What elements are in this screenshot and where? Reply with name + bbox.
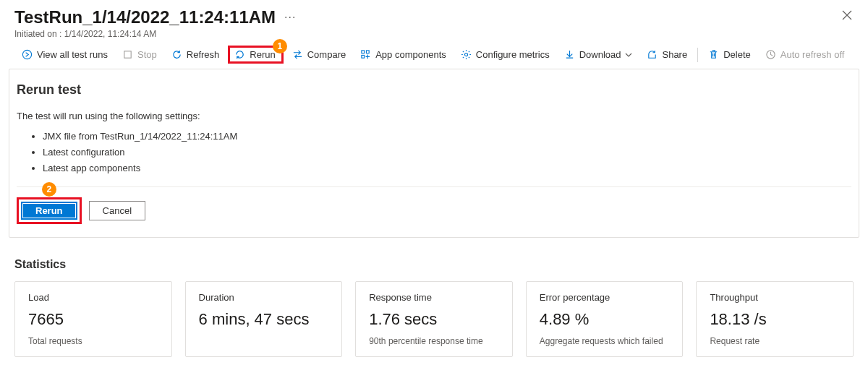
gear-icon (461, 49, 472, 60)
stop-button: Stop (115, 45, 164, 64)
stat-value: 18.13 /s (710, 310, 840, 329)
stat-label: Throughput (710, 292, 840, 303)
stat-card-error: Error percentage 4.89 % Aggregate reques… (526, 281, 684, 357)
stat-label: Error percentage (540, 292, 670, 303)
compare-button[interactable]: Compare (285, 45, 353, 64)
rerun-icon (234, 49, 245, 60)
rerun-button[interactable]: Rerun 1 (228, 46, 283, 64)
rerun-heading: Rerun test (17, 82, 851, 98)
view-all-button[interactable]: View all test runs (14, 45, 115, 64)
rerun-confirm-button[interactable]: Rerun (21, 202, 77, 220)
configure-metrics-button[interactable]: Configure metrics (454, 45, 557, 64)
refresh-button[interactable]: Refresh (164, 45, 227, 64)
page-title: TestRun_1/14/2022_11:24:11AM (14, 7, 276, 27)
panel-divider (17, 186, 851, 187)
download-icon (564, 49, 575, 60)
stat-value: 7665 (28, 310, 158, 329)
svg-rect-3 (367, 51, 370, 53)
clock-icon (765, 49, 776, 60)
statistics-heading: Statistics (14, 258, 854, 271)
trash-icon (708, 49, 719, 60)
share-icon (647, 49, 658, 60)
svg-rect-2 (362, 51, 365, 53)
stat-card-load: Load 7665 Total requests (14, 281, 172, 357)
rerun-description: The test will run using the following se… (17, 111, 851, 121)
list-item: Latest configuration (43, 145, 851, 160)
compare-icon (292, 49, 303, 60)
download-button[interactable]: Download (557, 45, 640, 64)
stat-sub: Aggregate requests which failed (540, 336, 670, 346)
stat-value: 1.76 secs (369, 310, 499, 329)
stat-value: 6 mins, 47 secs (199, 310, 329, 329)
svg-point-0 (22, 50, 31, 59)
list-item: JMX file from TestRun_1/14/2022_11:24:11… (43, 129, 851, 145)
rerun-panel: Rerun test The test will run using the f… (9, 69, 859, 238)
toolbar-separator (697, 48, 698, 62)
svg-rect-1 (124, 51, 131, 58)
stat-value: 4.89 % (540, 310, 670, 329)
auto-refresh-button[interactable]: Auto refresh off (758, 45, 852, 64)
rerun-settings-list: JMX file from TestRun_1/14/2022_11:24:11… (17, 129, 851, 176)
stop-icon (122, 49, 133, 60)
stat-sub: 90th percentile response time (369, 336, 499, 346)
svg-rect-4 (362, 55, 365, 58)
app-components-button[interactable]: App components (353, 45, 454, 64)
stat-sub: Total requests (28, 336, 158, 346)
rerun-primary-highlight: 2 Rerun (17, 197, 82, 224)
stat-sub: Request rate (710, 336, 840, 346)
toolbar: View all test runs Stop Refresh Rerun 1 … (0, 42, 868, 69)
page-subtitle: Initiated on : 1/14/2022, 11:24:14 AM (14, 29, 854, 39)
cancel-button[interactable]: Cancel (89, 201, 145, 220)
stat-label: Response time (369, 292, 499, 303)
grid-add-icon (360, 49, 371, 60)
delete-button[interactable]: Delete (701, 45, 758, 64)
share-button[interactable]: Share (639, 45, 694, 64)
close-button[interactable] (842, 10, 852, 22)
arrow-right-circle-icon (22, 49, 33, 60)
svg-point-5 (464, 53, 467, 56)
stat-card-throughput: Throughput 18.13 /s Request rate (696, 281, 854, 357)
stat-card-response: Response time 1.76 secs 90th percentile … (355, 281, 513, 357)
refresh-icon (171, 49, 182, 60)
statistics-row: Load 7665 Total requests Duration 6 mins… (0, 281, 868, 371)
stat-label: Load (28, 292, 158, 303)
more-icon[interactable]: ··· (284, 11, 296, 24)
close-icon (842, 10, 852, 20)
stat-card-duration: Duration 6 mins, 47 secs (185, 281, 343, 357)
stat-label: Duration (199, 292, 329, 303)
list-item: Latest app components (43, 160, 851, 176)
callout-badge-2: 2 (42, 182, 56, 197)
page-header: TestRun_1/14/2022_11:24:11AM ··· Initiat… (0, 0, 868, 42)
chevron-down-icon (625, 51, 632, 59)
